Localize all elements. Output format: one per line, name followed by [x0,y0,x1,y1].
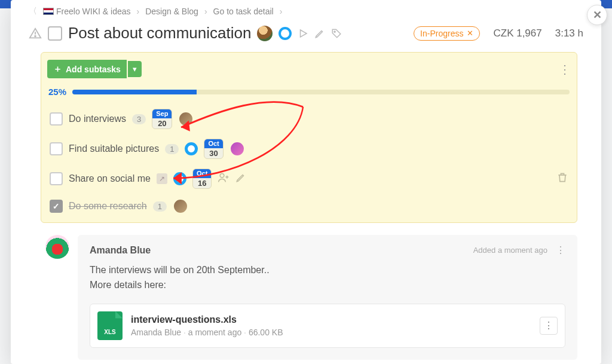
progress-ring-icon[interactable] [279,27,292,40]
bg-ghost-right [600,0,612,364]
subtask-avatar[interactable] [178,111,194,127]
date-chip[interactable]: Sep 20 [152,109,172,129]
subtask-title: Do some research [69,201,147,212]
svg-point-1 [35,35,36,36]
chevron-right-icon: › [137,7,140,16]
comment-timestamp: Added a moment ago [473,246,547,255]
subtask-title: Share on social me [69,173,151,184]
trash-icon[interactable] [556,172,568,186]
comment-kebab-icon[interactable]: ⋮ [556,244,565,256]
progress-percent: 25% [48,87,66,97]
attachment-kebab-icon[interactable]: ⋮ [540,317,558,335]
subtask-row[interactable]: Do some research 1 [47,194,571,219]
task-price: CZK 1,967 [493,27,541,39]
breadcrumb: 〈 Freelo WIKI & ideas › Design & Blog › … [11,0,601,20]
progress-fill [72,90,197,94]
subtask-count: 1 [165,144,179,154]
subtask-checkbox[interactable] [50,200,63,213]
subtask-row[interactable]: Find suitable pictures 1 Oct 30 [47,134,571,164]
subtask-count: 3 [132,114,146,124]
add-subtasks-caret[interactable]: ▾ [128,61,142,77]
plus-icon: ＋ [53,63,62,75]
add-subtasks-label: Add subtasks [66,65,121,74]
subtask-checkbox[interactable] [50,172,63,185]
comment-avatar[interactable] [45,235,69,259]
subtask-avatar[interactable] [230,141,245,157]
add-person-icon[interactable] [218,172,230,186]
close-button[interactable] [587,5,607,25]
subtask-row[interactable]: Share on social me Oct 16 [47,164,571,194]
subtask-checkbox[interactable] [50,112,63,126]
breadcrumb-section[interactable]: Design & Blog [145,7,198,16]
comment-author: Amanda Blue [90,245,151,256]
file-xls-icon: XLS [97,311,123,340]
comment: Amanda Blue Added a moment ago ⋮ The int… [45,235,577,360]
status-label: In-Progress [420,29,463,38]
svg-point-4 [220,173,224,178]
attachment-meta: Amanda Bluea moment ago66.00 KB [131,328,283,337]
pencil-icon[interactable] [235,172,246,185]
subtask-count: 1 [153,201,167,212]
subtask-title: Find suitable pictures [69,143,159,154]
subtask-checkbox[interactable] [50,142,63,155]
chevron-right-icon: › [280,7,283,16]
add-subtasks-button[interactable]: ＋ Add subtasks [47,60,127,78]
subtask-avatar[interactable] [173,198,188,214]
task-time: 3:13 h [555,27,583,39]
subtask-title: Do interviews [69,114,126,124]
status-pill[interactable]: In-Progress ✕ [414,26,480,41]
attachment[interactable]: XLS interview-questions.xls Amanda Bluea… [90,304,565,348]
progress-bar [72,90,570,94]
date-chip[interactable]: Oct 30 [204,139,223,159]
svg-marker-2 [301,30,307,37]
task-complete-checkbox[interactable] [48,26,62,41]
subtask-row[interactable]: Do interviews 3 Sep 20 [47,104,571,134]
date-chip[interactable]: Oct 16 [192,169,212,189]
priority-icon[interactable] [29,27,42,40]
breadcrumb-back[interactable]: 〈 [29,6,37,17]
task-modal: 〈 Freelo WIKI & ideas › Design & Blog › … [11,0,601,364]
panel-kebab-icon[interactable]: ⋮ [559,62,571,77]
attachment-name: interview-questions.xls [131,314,283,325]
flag-uk-icon [43,8,54,15]
progress-ring-icon[interactable] [185,142,198,155]
breadcrumb-detail-link[interactable]: Go to task detail [213,7,274,16]
status-clear-icon[interactable]: ✕ [467,29,473,38]
open-link-icon[interactable] [157,173,167,184]
chevron-right-icon: › [204,7,207,16]
breadcrumb-project[interactable]: Freelo WIKI & ideas [43,7,131,16]
assignee-avatar[interactable] [257,26,273,41]
task-header: Post about communication In-Progress ✕ C… [11,20,601,52]
pencil-icon[interactable] [314,28,325,39]
play-icon[interactable] [298,28,308,39]
progress-ring-icon[interactable] [173,172,186,185]
task-title: Post about communication [68,24,251,42]
subtasks-panel: ＋ Add subtasks ▾ ⋮ 25% Do interviews 3 S… [41,52,577,223]
tag-icon[interactable] [331,28,342,39]
comment-text: The interviews will be on 20th September… [90,263,565,293]
bg-ghost-left [0,0,12,364]
svg-point-3 [334,30,335,32]
